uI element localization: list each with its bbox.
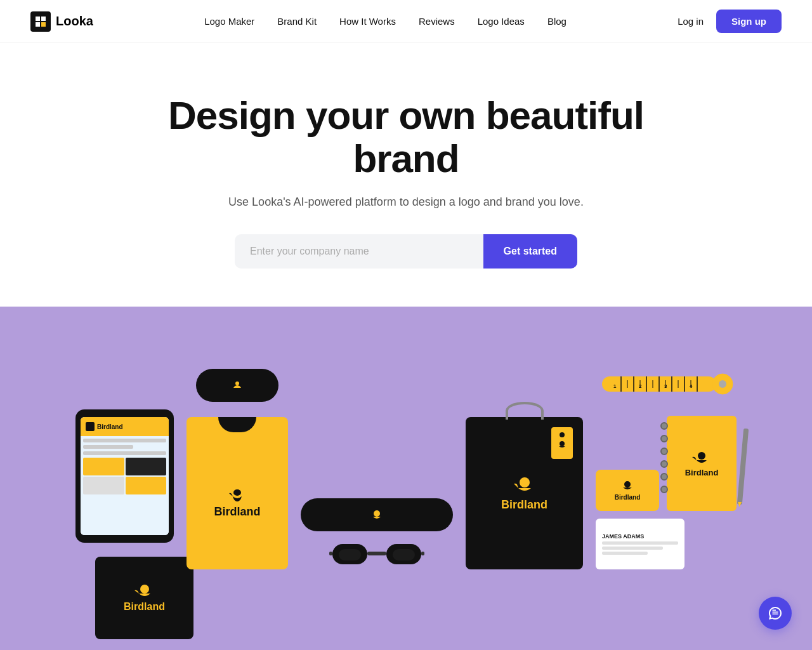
nav-logo-maker[interactable]: Logo Maker xyxy=(204,16,254,27)
svg-point-35 xyxy=(140,585,149,594)
login-button[interactable]: Log in xyxy=(678,16,704,27)
svg-text:2: 2 xyxy=(639,383,642,389)
nav-logo-ideas[interactable]: Logo Ideas xyxy=(478,16,525,27)
nav-links: Logo Maker Brand Kit How It Works Review… xyxy=(204,16,566,27)
get-started-button[interactable]: Get started xyxy=(483,234,577,269)
notebook-mockup: Birdland xyxy=(667,416,737,511)
shopping-bag-mockup: Birdland xyxy=(466,417,583,569)
nav-how-it-works[interactable]: How It Works xyxy=(339,16,396,27)
navbar-actions: Log in Sign up xyxy=(678,10,782,33)
svg-rect-8 xyxy=(421,552,424,555)
cylinder-mockup xyxy=(196,369,278,402)
svg-text:1: 1 xyxy=(613,383,617,389)
bird-icon-card xyxy=(620,480,635,491)
notebook-brand-text: Birdland xyxy=(685,468,719,477)
hero-headline: Design your own beautiful brand xyxy=(152,94,660,180)
bird-icon-cylinder xyxy=(231,380,244,390)
hero-section: Design your own beautiful brand Use Look… xyxy=(0,43,812,307)
looka-logo-icon xyxy=(30,11,51,32)
svg-point-12 xyxy=(520,477,530,488)
nav-reviews[interactable]: Reviews xyxy=(419,16,455,27)
showcase-inner: Birdland xyxy=(57,307,755,650)
bird-icon-notebook xyxy=(692,450,711,465)
svg-rect-7 xyxy=(329,552,332,555)
svg-point-33 xyxy=(624,481,631,488)
bird-icon-bundle xyxy=(134,583,155,599)
hero-form: Get started xyxy=(235,234,577,269)
bag-brand-name: Birdland xyxy=(501,498,547,512)
bird-tag-icon xyxy=(556,440,568,449)
black-bundle-mockup: Birdland xyxy=(95,557,193,639)
yellow-card-mockup: Birdland xyxy=(596,470,659,511)
bird-icon-tshirt xyxy=(228,488,247,501)
svg-point-2 xyxy=(233,489,241,496)
brand-logo[interactable]: Looka xyxy=(30,11,93,32)
business-card-mockup: JAMES ADAMS xyxy=(596,519,684,569)
sunglasses-mockup xyxy=(329,538,424,569)
nav-blog[interactable]: Blog xyxy=(547,16,566,27)
svg-point-34 xyxy=(698,452,705,460)
svg-rect-9 xyxy=(339,549,361,560)
tshirt-brand-name: Birdland xyxy=(214,505,260,519)
tablet-mockup: Birdland xyxy=(75,409,174,543)
tshirt-mockup: Birdland xyxy=(187,417,288,569)
svg-rect-0 xyxy=(30,11,51,32)
tape-measure-mockup: 1 2 3 4 xyxy=(596,357,735,408)
roll-mockup xyxy=(301,498,453,531)
svg-point-3 xyxy=(374,510,380,517)
svg-point-11 xyxy=(560,441,565,446)
svg-point-1 xyxy=(235,381,239,385)
card-brand-text: Birdland xyxy=(615,494,641,501)
svg-text:4: 4 xyxy=(690,383,693,389)
bundle-brand-text: Birdland xyxy=(124,601,165,613)
signup-button[interactable]: Sign up xyxy=(716,10,782,33)
svg-rect-6 xyxy=(367,552,386,555)
hero-subheadline: Use Looka's AI-powered platform to desig… xyxy=(13,196,799,209)
nav-brand-kit[interactable]: Brand Kit xyxy=(277,16,317,27)
company-name-input[interactable] xyxy=(235,234,483,269)
bird-icon-bag xyxy=(513,475,536,493)
navbar: Looka Logo Maker Brand Kit How It Works … xyxy=(0,0,812,43)
showcase-section: Birdland xyxy=(0,307,812,650)
svg-text:3: 3 xyxy=(664,383,667,389)
svg-rect-10 xyxy=(393,549,415,560)
svg-point-28 xyxy=(719,380,726,388)
chat-button[interactable] xyxy=(759,597,792,630)
brand-name-text: Looka xyxy=(56,14,93,29)
chat-icon xyxy=(768,606,783,621)
bird-icon-roll xyxy=(370,509,384,521)
